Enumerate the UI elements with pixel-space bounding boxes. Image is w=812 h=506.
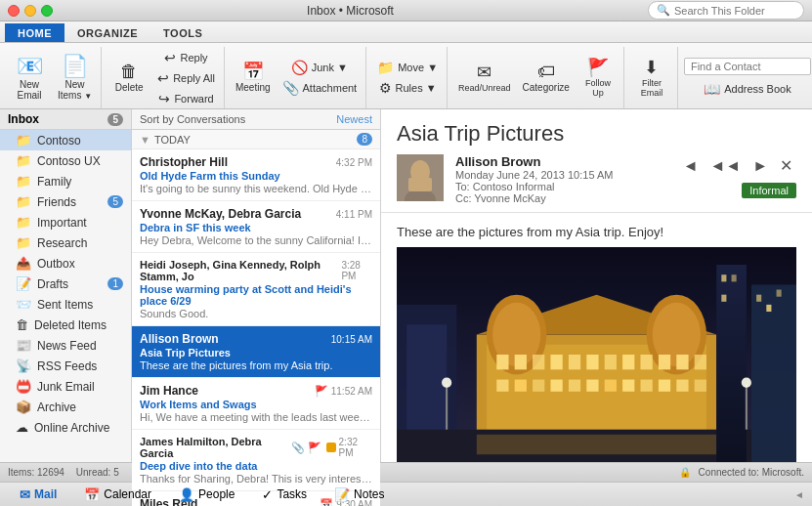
delete-icon: 🗑 [120,63,138,80]
avatar [397,154,444,201]
sidebar-item-junk[interactable]: 📛 Junk Email [0,376,131,397]
find-contact-input[interactable] [684,58,811,75]
sidebar-item-drafts[interactable]: 📝 Drafts 1 [0,274,131,294]
svg-rect-23 [676,355,688,369]
svg-rect-44 [756,295,761,302]
tab-home[interactable]: HOME [5,23,64,42]
nav-item-notes-label: Notes [354,487,384,501]
email-subject-6: Deep dive into the data [140,460,372,472]
new-items-button[interactable]: 📄 NewItems ▼ [53,53,97,104]
categorize-button[interactable]: 🏷 Categorize [518,60,575,96]
forward-label: Forward [174,93,213,105]
sidebar-item-newsfeed[interactable]: 📰 News Feed [0,335,131,356]
address-book-button[interactable]: 📖 Address Book [699,79,795,99]
title-search[interactable]: 🔍 [648,1,804,20]
sidebar-item-family[interactable]: 📁 Family [0,171,131,191]
reading-to: To: Contoso Informal [455,181,667,192]
forward-button[interactable]: ↪ Forward [152,89,220,108]
svg-rect-43 [721,295,726,302]
email-time-2: 4:11 PM [336,209,372,220]
reading-tag: Informal [742,183,796,198]
new-items-icon: 📄 [62,56,88,77]
delete-button[interactable]: 🗑 Delete [107,60,150,96]
sidebar-item-rss[interactable]: 📡 RSS Feeds [0,356,131,376]
today-section: ▼ TODAY 8 [132,130,380,149]
email-item-4[interactable]: Allison Brown 10:15 AM Asia Trip Picture… [132,326,380,378]
nav-item-mail[interactable]: ✉ Mail [8,485,68,504]
email-item-1[interactable]: Christopher Hill 4:32 PM Old Hyde Farm t… [132,149,380,201]
email-icons-6: 📎 🚩 2:32 PM [291,437,372,458]
tab-tools[interactable]: TOOLS [150,23,215,42]
reading-body-text: These are the pictures from my Asia trip… [397,225,796,239]
email-item-5-top: Jim Hance 🚩 11:52 AM [140,384,372,398]
sidebar-item-deleted[interactable]: 🗑 Deleted Items [0,315,131,335]
attachment-button[interactable]: 📎 Attachment [278,78,363,98]
connected-text: Connected to: Microsoft. [699,467,804,478]
status-bar: Items: 12694 Unread: 5 🔒 Connected to: M… [0,462,812,482]
prev-all-button[interactable]: ◄◄ [705,155,745,177]
junk-button[interactable]: 🚫 Junk ▼ [278,58,363,77]
new-email-icon: 📧 [17,56,43,77]
svg-rect-31 [605,380,617,392]
ribbon-group-read-items: ✉ Read/Unread 🏷 Categorize 🚩 FollowUp [453,47,620,108]
email-item-2[interactable]: Yvonne McKay, Debra Garcia 4:11 PM Debra… [132,201,380,253]
sidebar-item-contoso[interactable]: 📁 Contoso [0,130,131,150]
reading-sender: Allison Brown [455,154,667,169]
attachment-icon: 📎 [282,81,299,95]
sidebar-item-outbox[interactable]: 📤 Outbox [0,253,131,274]
sidebar-item-sent[interactable]: 📨 Sent Items [0,294,131,315]
svg-rect-41 [721,274,726,281]
reply-all-button[interactable]: ↩ Reply All [152,68,220,88]
reading-meta: Allison Brown Monday June 24, 2013 10:15… [397,154,796,204]
sidebar-item-important[interactable]: 📁 Important [0,212,131,232]
email-item-6[interactable]: James Halmilton, Debra Garcia 📎 🚩 2:32 P… [132,430,380,491]
address-book-icon: 📖 [704,82,720,96]
close-button[interactable] [8,5,20,17]
email-item-3[interactable]: Heidi Joseph, Gina Kennedy, Rolph Stamm,… [132,253,380,326]
minimize-button[interactable] [24,5,36,17]
email-subject-3: House warming party at Scott and Heidi's… [140,283,372,307]
online-archive-icon: ☁ [16,420,28,435]
nav-item-tasks[interactable]: ✓ Tasks [250,485,319,504]
next-email-button[interactable]: ► [748,155,772,177]
main-layout: Inbox 5 📁 Contoso 📁 Contoso UX 📁 Family … [0,109,812,462]
svg-rect-29 [569,380,580,392]
nav-item-people[interactable]: 👤 People [167,485,246,504]
sidebar-item-online-archive[interactable]: ☁ Online Archive [0,417,131,438]
maximize-button[interactable] [41,5,53,17]
search-input[interactable] [674,5,801,17]
follow-up-button[interactable]: 🚩 FollowUp [577,56,620,101]
ribbon-group-contacts: 📖 Address Book [680,47,812,108]
reply-button[interactable]: ↩ Reply [152,48,220,67]
sidebar-item-research-label: Research [37,236,87,250]
tab-organize[interactable]: ORGANIZE [64,23,150,42]
svg-rect-36 [695,380,706,392]
sidebar-item-friends[interactable]: 📁 Friends 5 [0,191,131,212]
svg-point-50 [742,378,751,388]
window-controls [8,5,53,17]
nav-item-notes[interactable]: 📝 Notes [322,485,396,504]
sidebar-item-contoso-ux[interactable]: 📁 Contoso UX [0,150,131,171]
nav-expand-icon[interactable]: ◄ [794,489,804,500]
email-item-2-top: Yvonne McKay, Debra Garcia 4:11 PM [140,207,372,221]
sidebar-item-contoso-ux-label: Contoso UX [37,154,101,168]
sidebar-item-research[interactable]: 📁 Research [0,232,131,253]
sidebar-item-archive[interactable]: 📦 Archive [0,397,131,417]
sort-label[interactable]: Sort by Conversations [140,113,245,125]
new-email-button[interactable]: 📧 NewEmail [8,53,51,104]
rules-button[interactable]: ⚙ Rules ▼ [372,78,443,98]
prev-email-button[interactable]: ◄ [679,155,703,177]
ribbon-group-move-items: 📁 Move ▼ ⚙ Rules ▼ [372,47,443,108]
read-unread-button[interactable]: ✉ Read/Unread [453,61,516,96]
ribbon-group-read: ✉ Read/Unread 🏷 Categorize 🚩 FollowUp [449,47,624,108]
rules-label: Rules ▼ [396,82,437,94]
folder-icon-4: 📁 [16,194,31,209]
close-email-button[interactable]: ✕ [776,154,796,177]
folder-icon-5: 📁 [16,215,31,230]
email-item-5[interactable]: Jim Hance 🚩 11:52 AM Work Items and Swag… [132,378,380,430]
order-label[interactable]: Newest [336,113,372,125]
nav-item-calendar[interactable]: 📅 Calendar [72,485,163,504]
meeting-button[interactable]: 📅 Meeting [231,60,276,96]
move-button[interactable]: 📁 Move ▼ [372,58,443,77]
filter-email-button[interactable]: ⬇ FilterEmail [630,56,673,101]
